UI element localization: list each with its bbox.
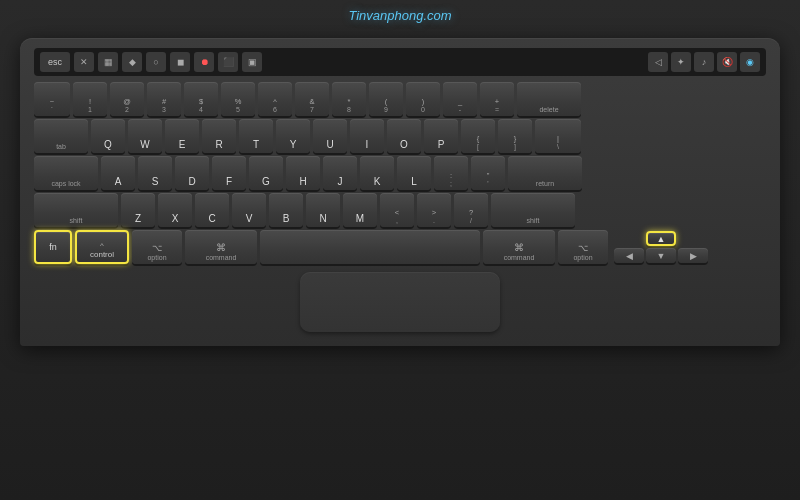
key-2[interactable]: @2: [110, 82, 144, 116]
key-option-right[interactable]: ⌥ option: [558, 230, 608, 264]
key-7[interactable]: &7: [295, 82, 329, 116]
key-shift-right[interactable]: shift: [491, 193, 575, 227]
touch-bar-right: ◁ ✦ ♪ 🔇 ◉: [648, 52, 760, 72]
key-tab[interactable]: tab: [34, 119, 88, 153]
key-control[interactable]: ^ control: [75, 230, 129, 264]
watermark: Tinvanphong.com: [348, 8, 451, 23]
key-5[interactable]: %5: [221, 82, 255, 116]
key-shift-left[interactable]: shift: [34, 193, 118, 227]
key-minus[interactable]: _-: [443, 82, 477, 116]
tb-brightness-up-icon[interactable]: ✦: [671, 52, 691, 72]
tb-box2-icon[interactable]: ▣: [242, 52, 262, 72]
key-o[interactable]: O: [387, 119, 421, 153]
keyboard-area: esc ✕ ▦ ◆ ○ ◼ ⏺ ⬛ ▣ ◁ ✦ ♪ 🔇 ◉: [20, 38, 780, 346]
key-rows: ~` !1 @2 #3 $4 %5 ^6 &7 *8 (9 )0 _- += d…: [34, 82, 766, 264]
key-m[interactable]: M: [343, 193, 377, 227]
asdf-row: caps lock A S D F G H J K L :; "' return: [34, 156, 766, 190]
key-j[interactable]: J: [323, 156, 357, 190]
key-a[interactable]: A: [101, 156, 135, 190]
key-option-left[interactable]: ⌥ option: [132, 230, 182, 264]
key-t[interactable]: T: [239, 119, 273, 153]
key-arrow-left[interactable]: ◀: [614, 248, 644, 263]
tb-grid-icon[interactable]: ▦: [98, 52, 118, 72]
key-w[interactable]: W: [128, 119, 162, 153]
key-arrow-up[interactable]: ▲: [646, 231, 676, 246]
key-9[interactable]: (9: [369, 82, 403, 116]
key-comma[interactable]: <,: [380, 193, 414, 227]
tb-diamond-icon[interactable]: ◆: [122, 52, 142, 72]
key-return[interactable]: return: [508, 156, 582, 190]
key-arrow-right[interactable]: ▶: [678, 248, 708, 263]
number-row: ~` !1 @2 #3 $4 %5 ^6 &7 *8 (9 )0 _- += d…: [34, 82, 766, 116]
key-x[interactable]: X: [158, 193, 192, 227]
key-bracket-l[interactable]: {[: [461, 119, 495, 153]
key-y[interactable]: Y: [276, 119, 310, 153]
touch-bar-icons: ✕ ▦ ◆ ○ ◼ ⏺ ⬛ ▣: [74, 52, 357, 72]
key-v[interactable]: V: [232, 193, 266, 227]
laptop-wrapper: Tinvanphong.com esc ✕ ▦ ◆ ○ ◼ ⏺ ⬛ ▣ ◁ ✦ …: [0, 0, 800, 500]
key-command-right[interactable]: ⌘ command: [483, 230, 555, 264]
key-command-left[interactable]: ⌘ command: [185, 230, 257, 264]
key-capslock[interactable]: caps lock: [34, 156, 98, 190]
key-n[interactable]: N: [306, 193, 340, 227]
key-z[interactable]: Z: [121, 193, 155, 227]
tb-record-icon[interactable]: ⏺: [194, 52, 214, 72]
key-equals[interactable]: +=: [480, 82, 514, 116]
key-c[interactable]: C: [195, 193, 229, 227]
qwerty-row: tab Q W E R T Y U I O P {[ }] |\: [34, 119, 766, 153]
key-fn[interactable]: fn: [34, 230, 72, 264]
tb-close-icon[interactable]: ✕: [74, 52, 94, 72]
tb-box1-icon[interactable]: ⬛: [218, 52, 238, 72]
tb-volume-icon[interactable]: ♪: [694, 52, 714, 72]
key-f[interactable]: F: [212, 156, 246, 190]
tb-siri-icon[interactable]: ◉: [740, 52, 760, 72]
key-i[interactable]: I: [350, 119, 384, 153]
key-4[interactable]: $4: [184, 82, 218, 116]
tb-brightness-down-icon[interactable]: ◁: [648, 52, 668, 72]
key-d[interactable]: D: [175, 156, 209, 190]
key-p[interactable]: P: [424, 119, 458, 153]
key-arrow-down[interactable]: ▼: [646, 248, 676, 263]
tb-square-icon[interactable]: ◼: [170, 52, 190, 72]
key-8[interactable]: *8: [332, 82, 366, 116]
key-slash[interactable]: ?/: [454, 193, 488, 227]
key-b[interactable]: B: [269, 193, 303, 227]
key-bracket-r[interactable]: }]: [498, 119, 532, 153]
key-quote[interactable]: "': [471, 156, 505, 190]
zxcv-row: shift Z X C V B N M <, >. ?/ shift: [34, 193, 766, 227]
key-r[interactable]: R: [202, 119, 236, 153]
key-u[interactable]: U: [313, 119, 347, 153]
trackpad[interactable]: [300, 272, 500, 332]
key-period[interactable]: >.: [417, 193, 451, 227]
key-e[interactable]: E: [165, 119, 199, 153]
touch-bar: esc ✕ ▦ ◆ ○ ◼ ⏺ ⬛ ▣ ◁ ✦ ♪ 🔇 ◉: [34, 48, 766, 76]
key-delete[interactable]: delete: [517, 82, 581, 116]
bottom-row: fn ^ control ⌥ option ⌘ command: [34, 230, 766, 264]
tb-mute-icon[interactable]: 🔇: [717, 52, 737, 72]
tb-circle-icon[interactable]: ○: [146, 52, 166, 72]
key-s[interactable]: S: [138, 156, 172, 190]
key-l[interactable]: L: [397, 156, 431, 190]
key-1[interactable]: !1: [73, 82, 107, 116]
key-6[interactable]: ^6: [258, 82, 292, 116]
key-backslash[interactable]: |\: [535, 119, 581, 153]
key-tilde[interactable]: ~`: [34, 82, 70, 116]
key-g[interactable]: G: [249, 156, 283, 190]
key-3[interactable]: #3: [147, 82, 181, 116]
key-semicolon[interactable]: :;: [434, 156, 468, 190]
key-q[interactable]: Q: [91, 119, 125, 153]
key-0[interactable]: )0: [406, 82, 440, 116]
key-space[interactable]: [260, 230, 480, 264]
key-k[interactable]: K: [360, 156, 394, 190]
key-h[interactable]: H: [286, 156, 320, 190]
esc-key[interactable]: esc: [40, 52, 70, 72]
